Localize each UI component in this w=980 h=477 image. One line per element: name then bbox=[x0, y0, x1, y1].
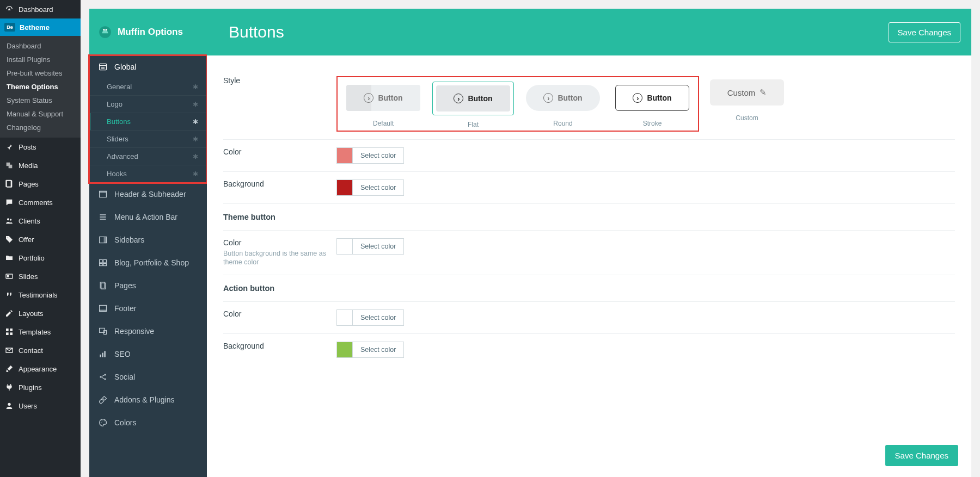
wp-menu-comments[interactable]: Comments bbox=[0, 193, 81, 212]
field-color: Color Select color bbox=[223, 140, 955, 172]
wp-menu-layouts[interactable]: Layouts bbox=[0, 304, 81, 323]
svg-point-44 bbox=[102, 420, 103, 422]
style-option-custom[interactable]: Custom✎Custom bbox=[707, 76, 787, 122]
wp-menu-plugins[interactable]: Plugins bbox=[0, 378, 81, 397]
muffin-subnav-logo[interactable]: Logo✱ bbox=[89, 96, 207, 113]
muffin-nav-footer[interactable]: Footer bbox=[89, 297, 207, 320]
seo-icon bbox=[98, 349, 108, 359]
wp-menu-templates[interactable]: Templates bbox=[0, 323, 81, 341]
grid-icon bbox=[4, 327, 14, 337]
muffin-nav-social[interactable]: Social bbox=[89, 366, 207, 388]
svg-rect-36 bbox=[102, 353, 103, 357]
wp-menu-pages[interactable]: Pages bbox=[0, 175, 81, 193]
wp-menu-appearance[interactable]: Appearance bbox=[0, 360, 81, 378]
muffin-subnav-hooks[interactable]: Hooks✱ bbox=[89, 165, 207, 183]
muffin-subnav-sliders[interactable]: Sliders✱ bbox=[89, 131, 207, 148]
svg-point-2 bbox=[7, 218, 9, 220]
muffin-nav-global[interactable]: Global bbox=[89, 55, 207, 78]
wp-menu-dashboard[interactable]: Dashboard bbox=[0, 0, 81, 18]
wp-menu-portfolio[interactable]: Portfolio bbox=[0, 249, 81, 267]
save-button-bottom[interactable]: Save Changes bbox=[885, 445, 958, 466]
svg-point-38 bbox=[100, 376, 101, 377]
user-icon bbox=[4, 401, 14, 411]
muffin-nav-seo[interactable]: SEO bbox=[89, 343, 207, 366]
svg-rect-27 bbox=[100, 264, 103, 266]
color-swatch[interactable] bbox=[336, 147, 353, 164]
wp-menu-clients[interactable]: Clients bbox=[0, 212, 81, 230]
menu-icon bbox=[98, 212, 108, 222]
wp-submenu-system-status[interactable]: System Status bbox=[0, 94, 81, 107]
sidebar-icon bbox=[98, 235, 108, 245]
muffin-nav-blog-portfolio-shop[interactable]: Blog, Portfolio & Shop bbox=[89, 251, 207, 274]
muffin-subnav-advanced[interactable]: Advanced✱ bbox=[89, 148, 207, 165]
field-action-background: Background Select color bbox=[223, 334, 955, 366]
muffin-nav-menu-action-bar[interactable]: Menu & Action Bar bbox=[89, 206, 207, 228]
select-color-button[interactable]: Select color bbox=[353, 147, 404, 164]
field-theme-color: Color Button background is the same as t… bbox=[223, 231, 955, 275]
action-color-swatch[interactable] bbox=[336, 309, 353, 326]
svg-rect-25 bbox=[100, 259, 103, 263]
muffin-nav-sidebars[interactable]: Sidebars bbox=[89, 228, 207, 251]
wp-menu-posts[interactable]: Posts bbox=[0, 138, 81, 156]
content-area: Style ButtonDefaultButtonFlatButtonRound… bbox=[207, 55, 971, 477]
muffin-nav-addons-plugins[interactable]: Addons & Plugins bbox=[89, 388, 207, 411]
svg-point-10 bbox=[8, 403, 10, 406]
style-highlight-box: ButtonDefaultButtonFlatButtonRoundButton… bbox=[336, 76, 699, 132]
muffin-nav-pages[interactable]: Pages bbox=[89, 274, 207, 297]
wp-submenu-install-plugins[interactable]: Install Plugins bbox=[0, 53, 81, 66]
svg-line-42 bbox=[102, 377, 105, 379]
select-color-button[interactable]: Select color bbox=[353, 309, 404, 326]
muffin-subnav-general[interactable]: General✱ bbox=[89, 78, 207, 96]
page-title: Buttons bbox=[218, 23, 889, 41]
svg-point-3 bbox=[10, 219, 11, 220]
select-color-button[interactable]: Select color bbox=[353, 238, 404, 255]
pencil-icon bbox=[4, 308, 14, 318]
wp-menu-media[interactable]: Media bbox=[0, 156, 81, 175]
style-caption: Custom bbox=[736, 114, 758, 122]
action-background-swatch[interactable] bbox=[336, 342, 353, 358]
svg-rect-8 bbox=[6, 332, 9, 335]
style-option-stroke[interactable]: ButtonStroke bbox=[612, 82, 693, 128]
svg-point-40 bbox=[104, 378, 106, 380]
save-button-top[interactable]: Save Changes bbox=[889, 22, 960, 42]
style-option-default[interactable]: ButtonDefault bbox=[343, 82, 424, 128]
brush-icon bbox=[4, 364, 14, 374]
style-option-round[interactable]: ButtonRound bbox=[523, 82, 603, 128]
wp-menu-offer[interactable]: Offer bbox=[0, 230, 81, 249]
wp-menu-betheme[interactable]: BeBetheme bbox=[0, 18, 81, 36]
svg-rect-32 bbox=[100, 309, 107, 311]
wp-menu-users[interactable]: Users bbox=[0, 397, 81, 415]
svg-line-41 bbox=[102, 375, 105, 376]
wp-submenu-changelog[interactable]: Changelog bbox=[0, 121, 81, 134]
background-swatch[interactable] bbox=[336, 179, 353, 196]
muffin-nav-responsive[interactable]: Responsive bbox=[89, 320, 207, 343]
muffin-subnav-buttons[interactable]: Buttons✱ bbox=[89, 113, 207, 131]
brand-header: Muffin Options bbox=[89, 9, 207, 55]
select-color-button[interactable]: Select color bbox=[353, 342, 404, 358]
wp-menu-contact[interactable]: Contact bbox=[0, 341, 81, 360]
style-option-flat[interactable]: ButtonFlat bbox=[432, 82, 514, 128]
svg-rect-6 bbox=[6, 329, 9, 331]
wp-submenu-manual-&-support[interactable]: Manual & Support bbox=[0, 107, 81, 121]
muffin-nav-header-subheader[interactable]: Header & Subheader bbox=[89, 183, 207, 206]
theme-color-sublabel: Button background is the same as theme c… bbox=[223, 249, 336, 267]
action-color-label: Color bbox=[223, 309, 336, 318]
pages-icon bbox=[98, 281, 108, 290]
muffin-nav-colors[interactable]: Colors bbox=[89, 411, 207, 434]
quote-icon bbox=[4, 290, 14, 300]
background-label: Background bbox=[223, 179, 336, 188]
wp-menu-slides[interactable]: Slides bbox=[0, 267, 81, 286]
layers-icon bbox=[98, 62, 108, 72]
field-style: Style ButtonDefaultButtonFlatButtonRound… bbox=[223, 69, 955, 140]
wp-menu-testimonials[interactable]: Testimonials bbox=[0, 286, 81, 304]
wp-submenu-pre-built-websites[interactable]: Pre-built websites bbox=[0, 66, 81, 80]
svg-rect-5 bbox=[7, 275, 9, 277]
select-color-button[interactable]: Select color bbox=[353, 179, 404, 196]
theme-color-swatch[interactable] bbox=[336, 238, 353, 255]
mail-icon bbox=[4, 345, 14, 355]
svg-point-13 bbox=[106, 29, 107, 30]
wp-submenu-theme-options[interactable]: Theme Options bbox=[0, 80, 81, 94]
page-topbar: Buttons Save Changes bbox=[207, 9, 971, 55]
svg-point-45 bbox=[104, 420, 105, 422]
wp-submenu-dashboard[interactable]: Dashboard bbox=[0, 39, 81, 53]
